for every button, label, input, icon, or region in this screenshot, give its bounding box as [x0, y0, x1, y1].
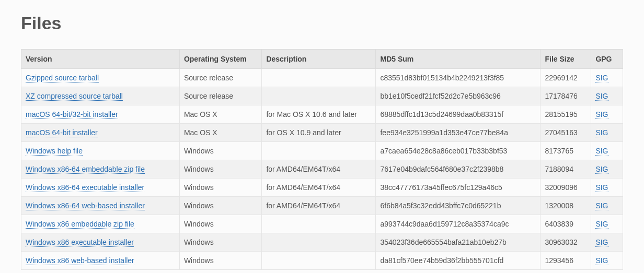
- header-version: Version: [21, 50, 180, 69]
- os-cell: Windows: [179, 215, 262, 233]
- description-cell: for AMD64/EM64T/x64: [262, 197, 376, 215]
- version-link[interactable]: Windows help file: [26, 147, 83, 156]
- description-cell: for AMD64/EM64T/x64: [262, 160, 376, 179]
- md5-cell: 38cc47776173a45ffec675fc129a46c5: [376, 179, 540, 197]
- table-row: Windows x86 embeddable zip fileWindowsa9…: [21, 215, 623, 233]
- size-cell: 22969142: [540, 69, 591, 87]
- files-table: Version Operating System Description MD5…: [21, 49, 623, 270]
- version-link[interactable]: macOS 64-bit installer: [26, 128, 98, 137]
- md5-cell: 6f6b84a5f3c32edd43bffc7c0d65221b: [376, 197, 540, 215]
- table-row: Windows x86 executable installerWindows3…: [21, 233, 623, 252]
- header-size: File Size: [540, 50, 591, 69]
- gpg-sig-link[interactable]: SIG: [595, 92, 608, 101]
- table-row: macOS 64-bit installerMac OS Xfor OS X 1…: [21, 124, 623, 142]
- description-cell: for Mac OS X 10.6 and later: [262, 105, 376, 124]
- page-title: Files: [21, 13, 623, 33]
- version-link[interactable]: Windows x86 executable installer: [26, 238, 134, 247]
- os-cell: Windows: [179, 142, 262, 160]
- table-row: Windows x86 web-based installerWindowsda…: [21, 252, 623, 270]
- size-cell: 8173765: [540, 142, 591, 160]
- os-cell: Source release: [179, 87, 262, 105]
- gpg-sig-link[interactable]: SIG: [595, 256, 608, 265]
- md5-cell: fee934e3251999a1d353e47ce77be84a: [376, 124, 540, 142]
- version-link[interactable]: Windows x86 embeddable zip file: [26, 220, 134, 229]
- gpg-sig-link[interactable]: SIG: [595, 74, 608, 82]
- md5-cell: 7617e04b9dafc564f680e37c2f2398b8: [376, 160, 540, 179]
- description-cell: [262, 215, 376, 233]
- header-md5: MD5 Sum: [376, 50, 540, 69]
- os-cell: Mac OS X: [179, 124, 262, 142]
- version-link[interactable]: macOS 64-bit/32-bit installer: [26, 110, 118, 119]
- os-cell: Windows: [179, 252, 262, 270]
- table-header-row: Version Operating System Description MD5…: [21, 50, 623, 69]
- header-gpg: GPG: [591, 50, 623, 69]
- gpg-sig-link[interactable]: SIG: [595, 110, 608, 119]
- version-link[interactable]: XZ compressed source tarball: [26, 92, 123, 101]
- version-link[interactable]: Gzipped source tarball: [26, 74, 99, 82]
- size-cell: 6403839: [540, 215, 591, 233]
- size-cell: 28155195: [540, 105, 591, 124]
- description-cell: [262, 87, 376, 105]
- version-link[interactable]: Windows x86-64 web-based installer: [26, 201, 145, 210]
- table-row: Gzipped source tarballSource releasec835…: [21, 69, 623, 87]
- table-row: Windows x86-64 executable installerWindo…: [21, 179, 623, 197]
- header-os: Operating System: [179, 50, 262, 69]
- table-row: macOS 64-bit/32-bit installerMac OS Xfor…: [21, 105, 623, 124]
- md5-cell: c83551d83bf015134b4b2249213f3f85: [376, 69, 540, 87]
- gpg-sig-link[interactable]: SIG: [595, 238, 608, 247]
- description-cell: [262, 233, 376, 252]
- os-cell: Windows: [179, 160, 262, 179]
- description-cell: for AMD64/EM64T/x64: [262, 179, 376, 197]
- size-cell: 27045163: [540, 124, 591, 142]
- gpg-sig-link[interactable]: SIG: [595, 220, 608, 229]
- gpg-sig-link[interactable]: SIG: [595, 128, 608, 137]
- os-cell: Windows: [179, 233, 262, 252]
- md5-cell: 68885dffc1d13c5d24699daa0b83315f: [376, 105, 540, 124]
- table-row: Windows x86-64 web-based installerWindow…: [21, 197, 623, 215]
- os-cell: Windows: [179, 197, 262, 215]
- size-cell: 30963032: [540, 233, 591, 252]
- size-cell: 7188094: [540, 160, 591, 179]
- description-cell: [262, 142, 376, 160]
- version-link[interactable]: Windows x86-64 embeddable zip file: [26, 165, 145, 174]
- md5-cell: 354023f36de665554bafa21ab10eb27b: [376, 233, 540, 252]
- table-row: XZ compressed source tarballSource relea…: [21, 87, 623, 105]
- md5-cell: bb1e10f5cedf21fcf52d2c7e5b963c96: [376, 87, 540, 105]
- gpg-sig-link[interactable]: SIG: [595, 147, 608, 156]
- size-cell: 17178476: [540, 87, 591, 105]
- description-cell: [262, 69, 376, 87]
- gpg-sig-link[interactable]: SIG: [595, 183, 608, 192]
- size-cell: 1293456: [540, 252, 591, 270]
- os-cell: Windows: [179, 179, 262, 197]
- version-link[interactable]: Windows x86 web-based installer: [26, 256, 134, 265]
- size-cell: 1320008: [540, 197, 591, 215]
- md5-cell: a993744c9daa6d159712c8a35374ca9c: [376, 215, 540, 233]
- md5-cell: da81cf570ee74b59d36f2bb555701cfd: [376, 252, 540, 270]
- header-description: Description: [262, 50, 376, 69]
- gpg-sig-link[interactable]: SIG: [595, 165, 608, 174]
- table-row: Windows help fileWindowsa7caea654e28c8a8…: [21, 142, 623, 160]
- os-cell: Source release: [179, 69, 262, 87]
- size-cell: 32009096: [540, 179, 591, 197]
- version-link[interactable]: Windows x86-64 executable installer: [26, 183, 144, 192]
- gpg-sig-link[interactable]: SIG: [595, 201, 608, 210]
- md5-cell: a7caea654e28c8a86ceb017b33b3bf53: [376, 142, 540, 160]
- description-cell: [262, 252, 376, 270]
- description-cell: for OS X 10.9 and later: [262, 124, 376, 142]
- os-cell: Mac OS X: [179, 105, 262, 124]
- table-row: Windows x86-64 embeddable zip fileWindow…: [21, 160, 623, 179]
